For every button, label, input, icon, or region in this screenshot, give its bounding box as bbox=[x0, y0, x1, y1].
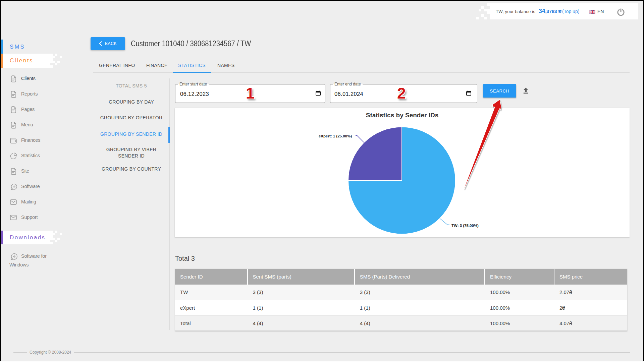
svg-text:TW: 3 (75.00%): TW: 3 (75.00%) bbox=[451, 224, 479, 228]
svg-text:eXpert: 1 (25.00%): eXpert: 1 (25.00%) bbox=[319, 134, 352, 138]
